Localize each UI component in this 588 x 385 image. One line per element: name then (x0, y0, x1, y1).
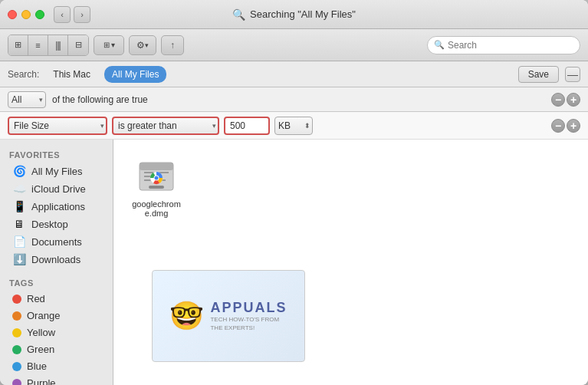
filter-remove-button[interactable]: − (551, 93, 565, 107)
downloads-icon: ⬇️ (12, 253, 26, 265)
desktop-icon: 🖥 (12, 218, 26, 230)
arrange-arrow: ▾ (111, 41, 115, 49)
window-title-area: 🔍 Searching "All My Files" (232, 8, 356, 21)
sidebar: Favorites 🌀 All My Files ☁️ iCloud Drive… (0, 140, 113, 385)
svg-rect-5 (149, 186, 164, 189)
view-list-button[interactable]: ≡ (28, 35, 48, 55)
watermark-overlay: 🤓 APPUALS TECH HOW-TO'S FROMTHE EXPERTS! (152, 270, 305, 362)
red-dot (12, 295, 21, 304)
scope-this-mac-button[interactable]: This Mac (45, 66, 98, 83)
criteria-add-button[interactable]: + (567, 119, 580, 133)
scope-all-files-button[interactable]: All My Files (104, 66, 166, 83)
gear-icon: ⚙ (136, 40, 145, 51)
minimize-button[interactable] (21, 10, 31, 19)
watermark-brand: APPUALS (210, 300, 287, 316)
unit-select[interactable]: KB MB GB Bytes (274, 117, 313, 135)
view-cover-button[interactable]: ⊟ (68, 35, 88, 55)
traffic-lights (8, 10, 44, 19)
blue-dot (12, 362, 21, 371)
back-button[interactable]: ‹ (54, 6, 71, 23)
file-item-googlechrome-dmg[interactable]: googlechrome.dmg (126, 152, 187, 222)
sidebar-item-all-my-files[interactable]: 🌀 All My Files (3, 163, 110, 179)
finder-window: ‹ › 🔍 Searching "All My Files" ⊞ ≡ ||| ⊟… (0, 0, 588, 385)
sidebar-label-blue: Blue (27, 360, 47, 372)
search-remove-button[interactable]: — (565, 67, 580, 82)
criteria-operator-wrapper: is greater than is less than equals (112, 117, 219, 135)
orange-dot (12, 311, 21, 321)
view-columns-button[interactable]: ||| (48, 35, 68, 55)
tags-section-title: Tags (0, 274, 113, 290)
criteria-operator-select[interactable]: is greater than is less than equals (112, 117, 219, 135)
toolbar: ⊞ ≡ ||| ⊟ ⊞ ▾ ⚙ ▾ ↑ 🔍 (0, 29, 588, 61)
svg-point-8 (155, 176, 159, 180)
sidebar-label-all-my-files: All My Files (31, 166, 82, 177)
sidebar-item-green[interactable]: Green (3, 341, 110, 357)
search-scope-bar: Search: This Mac All My Files Save — (0, 61, 588, 87)
sidebar-label-desktop: Desktop (31, 219, 68, 230)
view-button-group: ⊞ ≡ ||| ⊟ (8, 35, 89, 56)
action-button[interactable]: ⚙ ▾ (129, 35, 156, 55)
share-button[interactable]: ↑ (161, 35, 184, 55)
finder-icon: 🔍 (232, 8, 245, 21)
search-icon: 🔍 (434, 40, 445, 50)
sidebar-item-purple[interactable]: Purple (3, 375, 110, 385)
view-icon-button[interactable]: ⊞ (8, 35, 28, 55)
sidebar-item-red[interactable]: Red (3, 291, 110, 307)
sidebar-label-orange: Orange (27, 310, 60, 321)
sidebar-item-icloud-drive[interactable]: ☁️ iCloud Drive (3, 180, 110, 197)
criteria-field-select[interactable]: File Size Name Kind Date Modified Date C… (8, 117, 107, 135)
filter-bar: All of the following are true − + (0, 87, 588, 112)
all-my-files-icon: 🌀 (12, 165, 26, 177)
sidebar-item-yellow[interactable]: Yellow (3, 324, 110, 341)
dmg-file-icon (136, 156, 176, 196)
documents-icon: 📄 (12, 235, 26, 248)
filter-add-button[interactable]: + (567, 93, 580, 107)
maximize-button[interactable] (35, 10, 44, 19)
titlebar: ‹ › 🔍 Searching "All My Files" (0, 0, 588, 29)
favorites-section-title: Favorites (0, 146, 113, 162)
save-button[interactable]: Save (518, 66, 559, 83)
search-input[interactable] (448, 40, 573, 51)
window-title: Searching "All My Files" (250, 8, 356, 20)
criteria-value-input[interactable] (224, 117, 270, 135)
sidebar-item-desktop[interactable]: 🖥 Desktop (3, 216, 110, 232)
all-select-wrapper: All (8, 91, 46, 108)
forward-button[interactable]: › (74, 6, 90, 23)
file-name-googlechrome-dmg: googlechrome.dmg (130, 199, 182, 218)
sidebar-label-downloads: Downloads (31, 254, 80, 265)
sidebar-item-documents[interactable]: 📄 Documents (3, 233, 110, 250)
criteria-remove-button[interactable]: − (551, 119, 565, 133)
sidebar-label-red: Red (27, 293, 45, 304)
sidebar-label-purple: Purple (27, 377, 56, 385)
criteria-row: File Size Name Kind Date Modified Date C… (0, 112, 588, 140)
sidebar-label-applications: Applications (31, 201, 85, 212)
all-select[interactable]: All (8, 91, 46, 108)
search-box[interactable]: 🔍 (427, 36, 580, 54)
sidebar-label-yellow: Yellow (27, 327, 55, 338)
nav-buttons: ‹ › (54, 6, 90, 23)
sidebar-item-orange[interactable]: Orange (3, 308, 110, 324)
watermark-figure: 🤓 (169, 300, 204, 332)
watermark-sub: TECH HOW-TO'S FROMTHE EXPERTS! (210, 316, 287, 332)
icloud-drive-icon: ☁️ (12, 183, 26, 195)
filter-add-remove: − + (551, 93, 580, 107)
main-content: Favorites 🌀 All My Files ☁️ iCloud Drive… (0, 140, 588, 385)
yellow-dot (12, 328, 21, 337)
purple-dot (12, 379, 21, 386)
applications-icon: 📱 (12, 200, 26, 212)
criteria-add-remove: − + (551, 119, 580, 133)
svg-rect-1 (140, 163, 173, 170)
sidebar-label-green: Green (27, 344, 54, 355)
file-area: googlechrome.dmg 🤓 APPUALS TECH HOW-TO'S… (113, 140, 588, 385)
sidebar-item-blue[interactable]: Blue (3, 358, 110, 374)
criteria-field-wrapper: File Size Name Kind Date Modified Date C… (8, 117, 107, 135)
sidebar-item-applications[interactable]: 📱 Applications (3, 198, 110, 215)
action-arrow: ▾ (145, 41, 149, 49)
arrange-icon: ⊞ (103, 41, 110, 49)
sidebar-item-downloads[interactable]: ⬇️ Downloads (3, 251, 110, 268)
close-button[interactable] (8, 10, 17, 19)
sidebar-label-icloud-drive: iCloud Drive (31, 183, 86, 195)
green-dot (12, 345, 21, 354)
arrange-button[interactable]: ⊞ ▾ (94, 35, 124, 55)
filter-condition-text: of the following are true (52, 94, 148, 105)
